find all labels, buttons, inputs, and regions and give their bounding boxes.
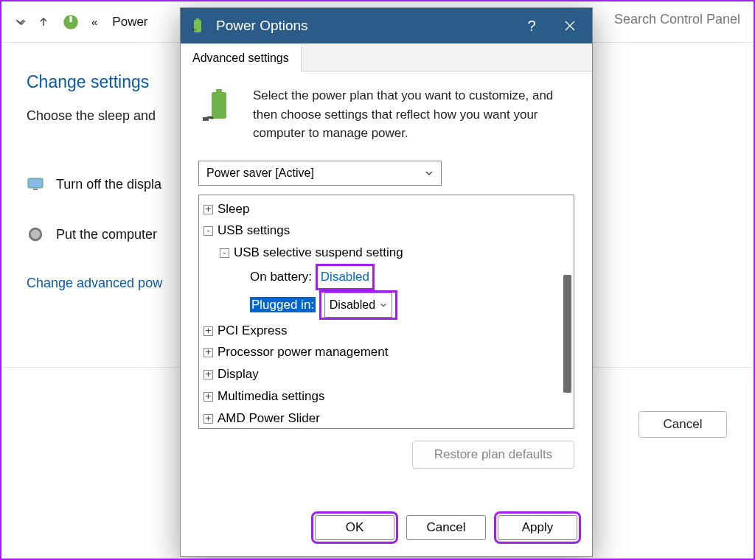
expand-icon[interactable]: + <box>203 392 213 402</box>
tree-node-processor[interactable]: +Processor power management <box>203 341 569 363</box>
plan-select-value: Power saver [Active] <box>206 167 314 180</box>
tree-node-display[interactable]: +Display <box>203 363 569 385</box>
bg-cancel-button[interactable]: Cancel <box>639 411 727 438</box>
power-icon <box>60 12 81 32</box>
battery-icon <box>188 16 207 35</box>
dialog-titlebar[interactable]: Power Options ? <box>181 8 592 43</box>
monitor-icon <box>27 175 44 193</box>
row-label: Turn off the displa <box>56 177 161 192</box>
tree-node-usb-selective[interactable]: -USB selective suspend setting <box>203 242 569 264</box>
settings-tree[interactable]: +Sleep -USB settings -USB selective susp… <box>198 195 574 429</box>
dialog-content: Select the power plan that you want to c… <box>181 71 592 503</box>
tree-node-plugged-in[interactable]: Plugged in: Disabled <box>203 290 569 320</box>
sleep-icon <box>27 225 44 243</box>
svg-rect-1 <box>69 15 72 21</box>
nav-up-icon[interactable] <box>37 15 50 29</box>
expand-icon[interactable]: + <box>203 326 213 336</box>
tree-node-amd[interactable]: +AMD Power Slider <box>203 407 569 429</box>
collapse-icon[interactable]: - <box>203 226 213 236</box>
on-battery-value[interactable]: Disabled <box>321 270 369 284</box>
tree-node-sleep[interactable]: +Sleep <box>203 198 569 220</box>
plan-select[interactable]: Power saver [Active] <box>198 161 442 186</box>
power-options-dialog: Power Options ? Advanced settings Select… <box>180 7 593 557</box>
plugged-in-select[interactable]: Disabled <box>324 293 392 318</box>
dialog-description: Select the power plan that you want to c… <box>253 86 574 143</box>
svg-rect-2 <box>28 178 43 188</box>
expand-icon[interactable]: + <box>203 370 213 379</box>
expand-icon[interactable]: + <box>203 348 213 357</box>
svg-rect-10 <box>203 117 209 121</box>
svg-rect-9 <box>216 89 222 93</box>
svg-point-5 <box>31 230 41 239</box>
apply-button[interactable]: Apply <box>498 515 577 540</box>
expand-icon[interactable]: + <box>203 205 213 214</box>
expand-icon[interactable]: + <box>203 414 213 424</box>
tree-node-multimedia[interactable]: +Multimedia settings <box>203 385 569 407</box>
svg-rect-3 <box>33 189 38 190</box>
on-battery-label: On battery: <box>250 270 312 284</box>
tree-node-pci[interactable]: +PCI Express <box>203 320 569 342</box>
dialog-footer: OK Cancel Apply <box>181 503 592 556</box>
dialog-title: Power Options <box>216 18 308 34</box>
scrollbar-thumb[interactable] <box>563 275 571 393</box>
help-button[interactable]: ? <box>517 8 546 43</box>
search-placeholder[interactable]: Search Control Panel <box>614 12 740 27</box>
breadcrumb[interactable]: Power <box>112 15 147 29</box>
close-button[interactable] <box>555 8 585 43</box>
svg-rect-6 <box>194 20 201 32</box>
tab-advanced-settings[interactable]: Advanced settings <box>181 44 302 71</box>
plan-icon <box>198 86 240 127</box>
svg-rect-8 <box>212 92 226 119</box>
tabs: Advanced settings <box>181 43 592 71</box>
chevron-down-icon <box>380 301 387 309</box>
chevron-down-icon <box>425 169 434 178</box>
ok-button[interactable]: OK <box>315 515 394 540</box>
nav-back-icon[interactable] <box>13 15 27 29</box>
collapse-icon[interactable]: - <box>220 248 229 258</box>
restore-defaults-button[interactable]: Restore plan defaults <box>412 441 574 469</box>
plugged-in-label: Plugged in: <box>250 297 316 312</box>
row-label: Put the computer <box>56 227 157 242</box>
breadcrumb-sep: « <box>91 15 97 28</box>
tree-node-usb[interactable]: -USB settings <box>203 220 569 242</box>
tree-node-on-battery[interactable]: On battery: Disabled <box>203 264 569 290</box>
cancel-button[interactable]: Cancel <box>406 515 486 540</box>
svg-rect-7 <box>196 18 199 21</box>
